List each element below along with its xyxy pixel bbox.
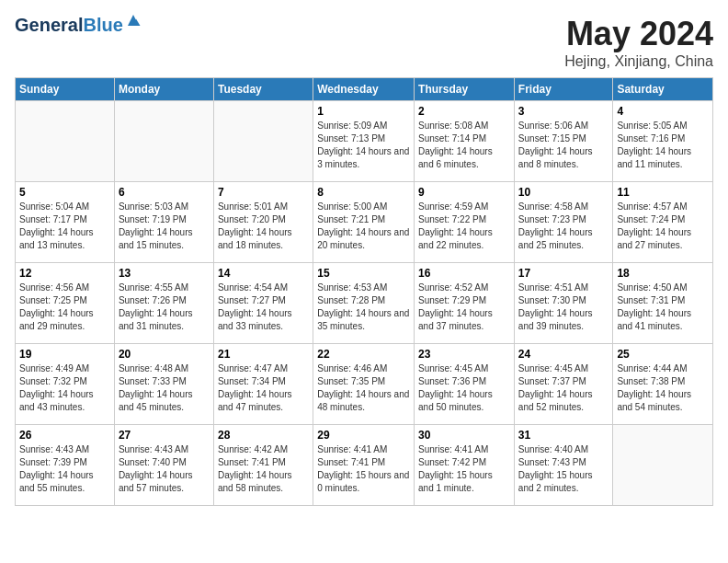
day-number: 16 — [418, 267, 510, 280]
day-detail: Sunrise: 4:49 AM Sunset: 7:32 PM Dayligh… — [19, 362, 110, 414]
day-detail: Sunrise: 4:53 AM Sunset: 7:28 PM Dayligh… — [317, 282, 410, 333]
calendar-cell: 6Sunrise: 5:03 AM Sunset: 7:19 PM Daylig… — [114, 182, 213, 263]
day-detail: Sunrise: 4:56 AM Sunset: 7:25 PM Dayligh… — [19, 282, 110, 333]
day-number: 12 — [19, 267, 110, 280]
day-detail: Sunrise: 4:43 AM Sunset: 7:39 PM Dayligh… — [19, 443, 110, 495]
calendar-cell: 12Sunrise: 4:56 AM Sunset: 7:25 PM Dayli… — [16, 263, 115, 344]
day-number: 1 — [317, 105, 410, 118]
calendar-cell: 7Sunrise: 5:01 AM Sunset: 7:20 PM Daylig… — [213, 182, 313, 263]
day-number: 11 — [617, 186, 709, 199]
day-number: 2 — [418, 105, 510, 118]
calendar-cell: 8Sunrise: 5:00 AM Sunset: 7:21 PM Daylig… — [313, 182, 415, 263]
logo-text: GeneralBlue — [15, 15, 123, 35]
calendar-cell: 11Sunrise: 4:57 AM Sunset: 7:24 PM Dayli… — [613, 182, 713, 263]
location: Hejing, Xinjiang, China — [564, 53, 713, 70]
calendar-cell: 16Sunrise: 4:52 AM Sunset: 7:29 PM Dayli… — [415, 263, 515, 344]
day-number: 9 — [418, 186, 510, 199]
day-number: 10 — [518, 186, 609, 199]
day-detail: Sunrise: 4:48 AM Sunset: 7:33 PM Dayligh… — [119, 362, 210, 414]
weekday-header-wednesday: Wednesday — [313, 78, 415, 101]
day-detail: Sunrise: 5:03 AM Sunset: 7:19 PM Dayligh… — [119, 201, 210, 252]
calendar-week-2: 5Sunrise: 5:04 AM Sunset: 7:17 PM Daylig… — [16, 182, 713, 263]
day-number: 7 — [218, 186, 309, 199]
calendar-cell: 19Sunrise: 4:49 AM Sunset: 7:32 PM Dayli… — [16, 344, 115, 425]
calendar-cell: 13Sunrise: 4:55 AM Sunset: 7:26 PM Dayli… — [114, 263, 213, 344]
day-detail: Sunrise: 4:47 AM Sunset: 7:34 PM Dayligh… — [218, 362, 309, 414]
calendar-cell: 26Sunrise: 4:43 AM Sunset: 7:39 PM Dayli… — [16, 425, 115, 506]
day-detail: Sunrise: 4:55 AM Sunset: 7:26 PM Dayligh… — [119, 282, 210, 333]
day-detail: Sunrise: 4:43 AM Sunset: 7:40 PM Dayligh… — [119, 443, 210, 495]
day-number: 8 — [317, 186, 410, 199]
logo-icon — [125, 12, 142, 29]
logo: GeneralBlue — [15, 15, 142, 35]
weekday-header-sunday: Sunday — [16, 78, 115, 101]
day-detail: Sunrise: 4:41 AM Sunset: 7:41 PM Dayligh… — [317, 443, 410, 495]
calendar-cell: 5Sunrise: 5:04 AM Sunset: 7:17 PM Daylig… — [16, 182, 115, 263]
calendar-week-1: 1Sunrise: 5:09 AM Sunset: 7:13 PM Daylig… — [16, 101, 713, 182]
day-number: 29 — [317, 429, 410, 442]
calendar-week-4: 19Sunrise: 4:49 AM Sunset: 7:32 PM Dayli… — [16, 344, 713, 425]
calendar-cell — [16, 101, 115, 182]
day-detail: Sunrise: 4:40 AM Sunset: 7:43 PM Dayligh… — [518, 443, 609, 495]
weekday-header-saturday: Saturday — [613, 78, 713, 101]
day-detail: Sunrise: 5:00 AM Sunset: 7:21 PM Dayligh… — [317, 201, 410, 252]
day-number: 4 — [617, 105, 709, 118]
month-title: May 2024 — [564, 15, 713, 53]
weekday-header-thursday: Thursday — [415, 78, 515, 101]
calendar-cell: 29Sunrise: 4:41 AM Sunset: 7:41 PM Dayli… — [313, 425, 415, 506]
day-number: 5 — [19, 186, 110, 199]
weekday-header-friday: Friday — [514, 78, 613, 101]
calendar-cell: 30Sunrise: 4:41 AM Sunset: 7:42 PM Dayli… — [415, 425, 515, 506]
calendar-body: 1Sunrise: 5:09 AM Sunset: 7:13 PM Daylig… — [16, 101, 713, 506]
calendar-cell: 20Sunrise: 4:48 AM Sunset: 7:33 PM Dayli… — [114, 344, 213, 425]
day-number: 3 — [518, 105, 609, 118]
day-detail: Sunrise: 4:59 AM Sunset: 7:22 PM Dayligh… — [418, 201, 510, 252]
calendar-cell: 2Sunrise: 5:08 AM Sunset: 7:14 PM Daylig… — [415, 101, 515, 182]
day-number: 13 — [119, 267, 210, 280]
calendar-cell: 22Sunrise: 4:46 AM Sunset: 7:35 PM Dayli… — [313, 344, 415, 425]
calendar-cell: 31Sunrise: 4:40 AM Sunset: 7:43 PM Dayli… — [514, 425, 613, 506]
calendar-header-row: SundayMondayTuesdayWednesdayThursdayFrid… — [16, 78, 713, 101]
day-detail: Sunrise: 4:45 AM Sunset: 7:37 PM Dayligh… — [518, 362, 609, 414]
day-number: 14 — [218, 267, 309, 280]
day-number: 28 — [218, 429, 309, 442]
calendar-cell: 3Sunrise: 5:06 AM Sunset: 7:15 PM Daylig… — [514, 101, 613, 182]
day-detail: Sunrise: 5:08 AM Sunset: 7:14 PM Dayligh… — [418, 120, 510, 171]
day-number: 17 — [518, 267, 609, 280]
day-number: 6 — [119, 186, 210, 199]
calendar-cell — [613, 425, 713, 506]
calendar-cell: 27Sunrise: 4:43 AM Sunset: 7:40 PM Dayli… — [114, 425, 213, 506]
calendar-cell: 14Sunrise: 4:54 AM Sunset: 7:27 PM Dayli… — [213, 263, 313, 344]
day-detail: Sunrise: 4:52 AM Sunset: 7:29 PM Dayligh… — [418, 282, 510, 333]
calendar-cell: 1Sunrise: 5:09 AM Sunset: 7:13 PM Daylig… — [313, 101, 415, 182]
day-number: 30 — [418, 429, 510, 442]
day-detail: Sunrise: 5:01 AM Sunset: 7:20 PM Dayligh… — [218, 201, 309, 252]
day-detail: Sunrise: 4:50 AM Sunset: 7:31 PM Dayligh… — [617, 282, 709, 333]
weekday-header-monday: Monday — [114, 78, 213, 101]
day-number: 31 — [518, 429, 609, 442]
day-detail: Sunrise: 5:04 AM Sunset: 7:17 PM Dayligh… — [19, 201, 110, 252]
day-detail: Sunrise: 4:57 AM Sunset: 7:24 PM Dayligh… — [617, 201, 709, 252]
calendar-cell: 4Sunrise: 5:05 AM Sunset: 7:16 PM Daylig… — [613, 101, 713, 182]
day-detail: Sunrise: 5:09 AM Sunset: 7:13 PM Dayligh… — [317, 120, 410, 171]
day-number: 27 — [119, 429, 210, 442]
day-number: 19 — [19, 348, 110, 361]
day-detail: Sunrise: 4:46 AM Sunset: 7:35 PM Dayligh… — [317, 362, 410, 414]
calendar-cell: 18Sunrise: 4:50 AM Sunset: 7:31 PM Dayli… — [613, 263, 713, 344]
day-detail: Sunrise: 5:05 AM Sunset: 7:16 PM Dayligh… — [617, 120, 709, 171]
day-number: 18 — [617, 267, 709, 280]
day-detail: Sunrise: 4:45 AM Sunset: 7:36 PM Dayligh… — [418, 362, 510, 414]
day-detail: Sunrise: 4:51 AM Sunset: 7:30 PM Dayligh… — [518, 282, 609, 333]
calendar-cell — [114, 101, 213, 182]
title-block: May 2024 Hejing, Xinjiang, China — [564, 15, 713, 70]
calendar-cell: 9Sunrise: 4:59 AM Sunset: 7:22 PM Daylig… — [415, 182, 515, 263]
page-header: GeneralBlue May 2024 Hejing, Xinjiang, C… — [15, 15, 713, 70]
calendar-cell: 21Sunrise: 4:47 AM Sunset: 7:34 PM Dayli… — [213, 344, 313, 425]
day-detail: Sunrise: 4:54 AM Sunset: 7:27 PM Dayligh… — [218, 282, 309, 333]
calendar-cell: 10Sunrise: 4:58 AM Sunset: 7:23 PM Dayli… — [514, 182, 613, 263]
calendar-week-5: 26Sunrise: 4:43 AM Sunset: 7:39 PM Dayli… — [16, 425, 713, 506]
day-number: 15 — [317, 267, 410, 280]
day-number: 24 — [518, 348, 609, 361]
calendar-cell: 24Sunrise: 4:45 AM Sunset: 7:37 PM Dayli… — [514, 344, 613, 425]
calendar-cell: 17Sunrise: 4:51 AM Sunset: 7:30 PM Dayli… — [514, 263, 613, 344]
